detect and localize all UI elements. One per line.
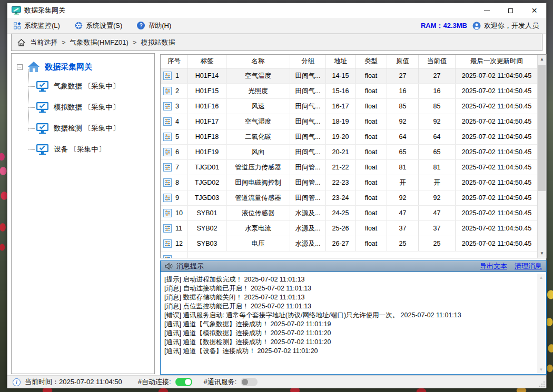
monitor-check-icon <box>36 81 49 93</box>
table-row[interactable]: 2H01F15光照度田间气...15-16float16162025-07-02… <box>161 84 538 99</box>
cell-no: 11 <box>161 221 188 236</box>
breadcrumb: 当前选择 > 气象数据(HMFZ01) > 模拟站数据 <box>11 34 542 51</box>
message-scrollbar[interactable]: ▲ ▼ <box>537 274 545 373</box>
cell-tag: TJGD01 <box>188 160 226 175</box>
cell-time: 2025-07-02 11:04:50.45 <box>456 206 538 220</box>
clear-messages-link[interactable]: 清理消息 <box>515 262 542 271</box>
cell-type: float <box>355 99 387 114</box>
tag-config-icon <box>163 133 172 141</box>
column-header[interactable]: 分组 <box>290 55 326 68</box>
log-line: [通讯] 通道【气象数据】连接成功！ 2025-07-02 11:01:19 <box>164 320 536 329</box>
cell-tag: SYB02 <box>188 221 226 236</box>
gear-icon <box>75 22 83 29</box>
menu-help[interactable]: ? 帮助(H) <box>130 18 179 33</box>
column-header[interactable]: 序号 <box>161 55 188 68</box>
cell-raw: 16 <box>387 84 419 98</box>
scroll-down-icon[interactable]: ▼ <box>538 249 546 258</box>
tree-item-label: 气象数据 〔采集中〕 <box>54 82 120 91</box>
cell-time: 2025-07-02 11:04:50.45 <box>456 68 538 83</box>
breadcrumb-item-channel[interactable]: 气象数据(HMFZ01) <box>70 38 129 47</box>
tree-item-detection[interactable]: 数据检测 〔采集中〕 <box>28 118 150 139</box>
tag-config-icon <box>163 87 172 95</box>
scroll-up-icon[interactable]: ▲ <box>538 55 546 64</box>
tree-item-simulation[interactable]: 模拟数据 〔采集中〕 <box>28 97 150 118</box>
column-header[interactable]: 类型 <box>355 55 387 68</box>
table-row[interactable]: 3H01F16风速田间气...16-17float85852025-07-02 … <box>161 99 538 114</box>
cell-no: 8 <box>161 175 188 190</box>
collapse-icon[interactable] <box>17 64 23 70</box>
tree-item-weather[interactable]: 气象数据 〔采集中〕 <box>28 76 150 97</box>
column-header[interactable]: 地址 <box>326 55 355 68</box>
column-header[interactable]: 当前值 <box>419 55 456 68</box>
table-row[interactable]: 10SYB01液位传感器水源及...24-25float47472025-07-… <box>161 206 538 221</box>
scroll-down-icon[interactable]: ▼ <box>537 366 545 373</box>
menu-item-label: 系统监控(L) <box>24 21 60 31</box>
cell-tag: TJGD03 <box>188 190 226 205</box>
minimize-button[interactable] <box>475 3 499 18</box>
table-row[interactable]: 12SYB03电压水源及...26-27float25252025-07-02 … <box>161 236 538 252</box>
table-row[interactable]: 4H01F17空气湿度田间气...18-19float92922025-07-0… <box>161 114 538 129</box>
menu-system-settings[interactable]: 系统设置(S) <box>67 18 130 33</box>
cell-type: float <box>355 175 387 190</box>
monitor-grid-icon <box>14 22 21 29</box>
scroll-up-icon[interactable]: ▲ <box>537 274 545 281</box>
cell-cur: 65 <box>419 145 456 159</box>
cell-type: float <box>355 129 387 144</box>
table-row[interactable]: 11SYB02水泵电流水源及...25-26float37372025-07-0… <box>161 221 538 236</box>
close-button[interactable]: ✕ <box>522 3 546 18</box>
table-vertical-scrollbar[interactable]: ▲ ▼ <box>537 55 546 258</box>
cell-tag: H01F17 <box>188 114 226 129</box>
comm-service-toggle[interactable] <box>241 378 258 386</box>
cell-addr: 22-23 <box>326 175 355 190</box>
table-row[interactable]: 8TJGD02田间电磁阀控制田间管...22-23float开开2025-07-… <box>161 175 538 190</box>
table-row[interactable]: 5H01F18二氧化碳田间气...19-20float64642025-07-0… <box>161 129 538 145</box>
cell-no: 12 <box>161 236 188 251</box>
tag-config-icon <box>163 72 172 80</box>
user-icon <box>472 22 481 30</box>
column-header[interactable]: 最后一次更新时间 <box>456 55 538 68</box>
tree-item-device[interactable]: 设备 〔采集中〕 <box>28 139 150 160</box>
cell-addr: 14-15 <box>326 68 355 83</box>
cell-no: 6 <box>161 145 188 159</box>
cell-raw: 64 <box>387 129 419 144</box>
column-header[interactable]: 标签 <box>188 55 226 68</box>
menu-system-monitor[interactable]: 系统监控(L) <box>7 18 67 33</box>
cell-group: 田间气... <box>290 145 326 159</box>
cell-group: 田间气... <box>290 114 326 129</box>
message-panel-title: 消息提示 <box>176 262 204 271</box>
cell-name: 风向 <box>226 145 290 159</box>
cell-name: 水泵电流 <box>226 221 290 236</box>
table-row[interactable] <box>161 252 538 258</box>
tree-root[interactable]: 数据采集网关 <box>17 61 150 73</box>
export-text-link[interactable]: 导出文本 <box>480 262 507 271</box>
breadcrumb-item-page[interactable]: 模拟站数据 <box>141 38 175 47</box>
cell-cur: 92 <box>419 114 456 129</box>
cell-tag: SYB01 <box>188 206 226 220</box>
cell-no: 1 <box>161 68 188 83</box>
cell-addr: 23-24 <box>326 190 355 205</box>
table-row[interactable]: 7TJGD01管道压力传感器田间管...21-22float81812025-0… <box>161 160 538 175</box>
cell-cur: 16 <box>419 84 456 98</box>
cell-cur: 81 <box>419 160 456 175</box>
titlebar: 数据采集网关 ✕ <box>7 3 546 18</box>
cell-addr: 16-17 <box>326 99 355 114</box>
resize-grip-icon[interactable] <box>538 380 545 387</box>
maximize-button[interactable] <box>499 3 522 18</box>
column-header[interactable]: 原值 <box>387 55 419 68</box>
table-row[interactable]: 6H01F19风向田间气...20-21float65652025-07-02 … <box>161 145 538 160</box>
table-row[interactable]: 1H01F14空气温度田间气...14-15float27272025-07-0… <box>161 68 538 84</box>
log-line: [通讯] 通道【设备】连接成功！ 2025-07-02 11:01:20 <box>164 347 536 356</box>
cell-cur: 64 <box>419 129 456 144</box>
cell-cur: 27 <box>419 68 456 83</box>
auto-connect-toggle[interactable] <box>175 378 192 386</box>
cell-group: 田间管... <box>290 175 326 190</box>
log-line: [通讯] 通道【模拟数据】连接成功！ 2025-07-02 11:01:20 <box>164 329 536 338</box>
table-row[interactable]: 9TJGD03管道流量传感器田间管...23-24float92922025-0… <box>161 190 538 206</box>
column-header[interactable]: 名称 <box>226 55 290 68</box>
scrollbar-thumb[interactable] <box>538 65 546 191</box>
breadcrumb-item-current[interactable]: 当前选择 <box>30 38 57 47</box>
cell-group: 田间气... <box>290 68 326 83</box>
tag-config-icon <box>163 102 172 110</box>
cell-type: float <box>355 84 387 98</box>
home-icon[interactable] <box>17 38 26 47</box>
